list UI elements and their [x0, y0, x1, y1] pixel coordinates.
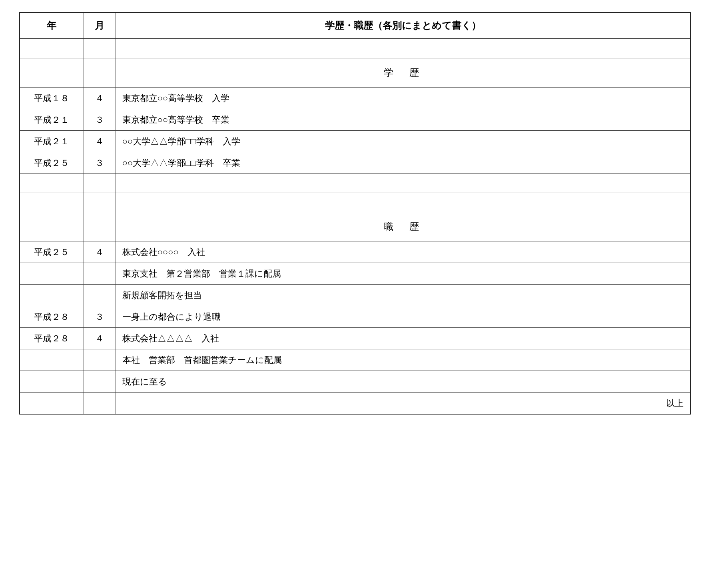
year-cell — [20, 349, 84, 371]
month-cell — [84, 263, 116, 284]
spacer-row-2 — [20, 173, 690, 193]
history-cell: 東京支社 第２営業部 営業１課に配属 — [116, 263, 690, 284]
header-history: 学歴・職歴（各別にまとめて書く） — [116, 12, 690, 39]
history-cell: 本社 営業部 首都圏営業チームに配属 — [116, 349, 690, 371]
resume-table: 年 月 学歴・職歴（各別にまとめて書く） 学 歴 平成１８ ４ 東京都立○○高等… — [19, 12, 691, 415]
history-cell: 株式会社△△△△ 入社 — [116, 327, 690, 349]
footer-year-cell — [20, 392, 84, 414]
table-row: 東京支社 第２営業部 営業１課に配属 — [20, 263, 690, 284]
month-cell — [84, 349, 116, 371]
history-cell: ○○大学△△学部□□学科 入学 — [116, 130, 690, 152]
footer-month-cell — [84, 392, 116, 414]
month-cell: ３ — [84, 152, 116, 173]
year-cell: 平成２８ — [20, 327, 84, 349]
month-cell: ４ — [84, 130, 116, 152]
header-year: 年 — [20, 12, 84, 39]
month-cell: ４ — [84, 241, 116, 263]
year-cell — [20, 263, 84, 284]
year-cell — [20, 371, 84, 392]
year-cell — [20, 284, 84, 306]
table-row: 平成２８ ４ 株式会社△△△△ 入社 — [20, 327, 690, 349]
month-cell: ３ — [84, 109, 116, 130]
month-cell — [84, 371, 116, 392]
year-cell: 平成２５ — [20, 152, 84, 173]
history-cell: 東京都立○○高等学校 入学 — [116, 87, 690, 109]
history-cell: 株式会社○○○○ 入社 — [116, 241, 690, 263]
month-cell: ４ — [84, 327, 116, 349]
table-row: 平成２５ ４ 株式会社○○○○ 入社 — [20, 241, 690, 263]
spacer-row-3 — [20, 193, 690, 212]
table-row: 新規顧客開拓を担当 — [20, 284, 690, 306]
table-row: 平成２１ ３ 東京都立○○高等学校 卒業 — [20, 109, 690, 130]
table-row: 平成２１ ４ ○○大学△△学部□□学科 入学 — [20, 130, 690, 152]
education-header-label: 学 歴 — [116, 58, 690, 87]
header-month: 月 — [84, 12, 116, 39]
work-header-row: 職 歴 — [20, 212, 690, 241]
table-row: 平成２８ ３ 一身上の都合により退職 — [20, 306, 690, 327]
table-row: 現在に至る — [20, 371, 690, 392]
year-cell: 平成２８ — [20, 306, 84, 327]
education-header-row: 学 歴 — [20, 58, 690, 87]
table-row: 本社 営業部 首都圏営業チームに配属 — [20, 349, 690, 371]
year-cell: 平成１８ — [20, 87, 84, 109]
footer-row: 以上 — [20, 392, 690, 414]
footer-label: 以上 — [116, 392, 690, 414]
month-cell — [84, 284, 116, 306]
year-cell: 平成２１ — [20, 130, 84, 152]
table-row: 平成１８ ４ 東京都立○○高等学校 入学 — [20, 87, 690, 109]
history-cell: 現在に至る — [116, 371, 690, 392]
year-cell: 平成２５ — [20, 241, 84, 263]
table-row: 平成２５ ３ ○○大学△△学部□□学科 卒業 — [20, 152, 690, 173]
spacer-row-1 — [20, 39, 690, 58]
month-cell: ３ — [84, 306, 116, 327]
work-header-label: 職 歴 — [116, 212, 690, 241]
month-cell: ４ — [84, 87, 116, 109]
history-cell: 一身上の都合により退職 — [116, 306, 690, 327]
history-cell: 東京都立○○高等学校 卒業 — [116, 109, 690, 130]
year-cell: 平成２１ — [20, 109, 84, 130]
history-cell: ○○大学△△学部□□学科 卒業 — [116, 152, 690, 173]
history-cell: 新規顧客開拓を担当 — [116, 284, 690, 306]
